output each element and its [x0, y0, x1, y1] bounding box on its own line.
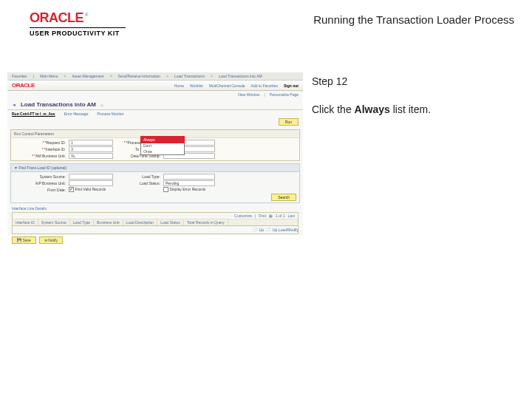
page-up[interactable]: Up	[259, 228, 264, 232]
home-icon[interactable]: ⌂	[100, 103, 103, 107]
page-modify[interactable]: Up Load/Modify	[273, 228, 299, 232]
screen-title: Load Transactions into AM	[21, 101, 96, 108]
lbl-display-err: Display Error Records	[169, 187, 205, 191]
nav-main[interactable]: Main Menu	[40, 74, 58, 78]
cb-display-err[interactable]	[163, 187, 168, 192]
app-screenshot: Favorites | Main Menu > Asset Management…	[7, 72, 303, 235]
breadcrumb[interactable]: Favorites | Main Menu > Asset Management…	[7, 72, 303, 81]
fld-load-status[interactable]: Pending	[163, 180, 215, 186]
oracle-upk-logo: ORACLE® USER PRODUCTIVITY KIT	[30, 10, 126, 37]
col-total[interactable]: Total Records in Query	[184, 219, 228, 225]
link-personalize[interactable]: Personalize Page	[270, 92, 299, 97]
nav-ltam[interactable]: Load Transactions into AM	[219, 74, 262, 78]
opt-dont[interactable]: Don't	[141, 143, 184, 149]
logo-word: ORACLE	[30, 10, 83, 25]
link-signout[interactable]: Sign out	[284, 83, 299, 88]
link-fav[interactable]: Add to Favorites	[251, 83, 278, 88]
col-lstat[interactable]: Load Status	[157, 219, 184, 225]
link-worklist[interactable]: Worklist	[190, 83, 203, 88]
col-ltype[interactable]: Load Type	[70, 219, 94, 225]
lbl-load-status: Load Status:	[116, 181, 160, 185]
nav-sri[interactable]: Send/Receive Information	[118, 74, 161, 78]
tab-process-monitor[interactable]: Process Monitor	[97, 112, 123, 116]
opt-once[interactable]: Once	[141, 149, 184, 154]
lbl-system-source: System Source:	[14, 174, 66, 179]
back-icon[interactable]: ◄	[12, 103, 16, 107]
link-home[interactable]: Home	[174, 83, 184, 88]
fld-system-source[interactable]	[69, 174, 113, 180]
tbl-find[interactable]: Find	[259, 214, 266, 218]
nav-favorites[interactable]: Favorites	[12, 74, 27, 78]
notify-button[interactable]: ✉ Notify	[39, 236, 63, 244]
table-title: Interface Line Details	[7, 205, 303, 212]
tbl-range: 1 of 1	[276, 214, 285, 218]
link-new-window[interactable]: New Window	[238, 92, 259, 97]
nav-lt[interactable]: Load Transactions	[174, 74, 205, 78]
page-modify-icon[interactable]: 📄	[266, 228, 270, 232]
fld-request-id[interactable]: 1	[69, 140, 113, 146]
fld-interface-id[interactable]: 3	[69, 146, 113, 152]
lbl-interface-id: *Interface ID:	[14, 147, 66, 151]
tab-error-msg[interactable]: Error Message	[64, 112, 89, 116]
run-button[interactable]: Run	[279, 118, 299, 126]
lbl-load-type: Load Type:	[116, 174, 160, 179]
nav-am[interactable]: Asset Management	[72, 74, 104, 78]
col-bu[interactable]: Business Unit	[94, 219, 123, 225]
lbl-am-bu: *AM Business Unit:	[14, 154, 66, 158]
app-brand: ORACLE	[12, 82, 35, 89]
col-sys[interactable]: System Source	[38, 219, 70, 225]
search-button[interactable]: Search	[271, 194, 296, 201]
instruction-panel: Step 12 Click the Always list item.	[312, 72, 504, 235]
col-iid[interactable]: Interface ID	[13, 219, 38, 225]
group2-title[interactable]: ▼ Find Trans Load ID (optional)	[10, 163, 300, 172]
page-up-icon[interactable]: 📄	[253, 228, 257, 232]
col-ldesc[interactable]: Load Description	[123, 219, 158, 225]
save-button[interactable]: 💾 Save	[12, 236, 36, 244]
tbl-customize[interactable]: Customize	[234, 214, 252, 218]
tbl-last[interactable]: Last	[288, 214, 295, 218]
fld-ap-bu[interactable]	[69, 180, 113, 186]
lbl-ap-bu: A/P Business Unit:	[14, 181, 66, 185]
cb-find-valid[interactable]	[69, 187, 74, 192]
fld-load-type[interactable]	[163, 174, 215, 180]
lbl-from-date: From Date:	[14, 188, 66, 192]
logo-subtitle: USER PRODUCTIVITY KIT	[30, 30, 126, 37]
page-title: Running the Transaction Loader Process	[313, 10, 514, 26]
fld-am-bu[interactable]: VL	[69, 153, 113, 159]
table-header: Interface ID System Source Load Type Bus…	[13, 219, 298, 226]
instruction-bold: Always	[355, 103, 390, 115]
opt-always[interactable]: Always	[141, 137, 184, 143]
tab-run-control[interactable]: Run Cntrl-FT to I_m_Ass	[12, 112, 55, 116]
link-mcc[interactable]: MultiChannel Console	[209, 83, 245, 88]
lbl-request-id: *Request ID:	[14, 140, 66, 145]
step-number: Step 12	[312, 75, 504, 87]
lbl-find-valid: Find Valid Records	[75, 187, 106, 191]
grid-icon[interactable]: ▦	[269, 214, 273, 218]
instruction-text: Click the Always list item.	[312, 103, 504, 115]
process-freq-dropdown[interactable]: Always Don't Once	[140, 136, 185, 155]
